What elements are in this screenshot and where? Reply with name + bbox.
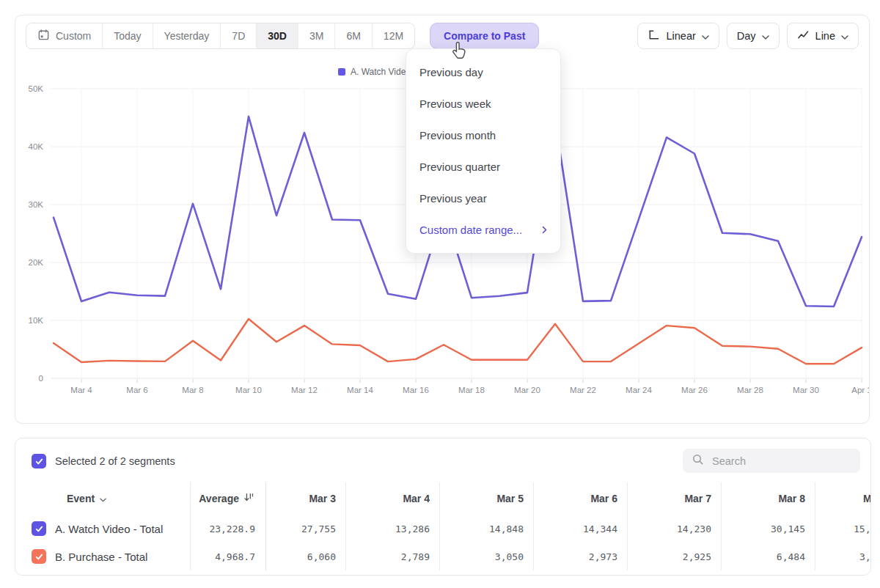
line-chart-icon — [797, 29, 810, 43]
y-axis-label: 40K — [29, 142, 44, 151]
x-axis-label: Mar 26 — [681, 386, 708, 394]
event-label: A. Watch Video - Total — [55, 523, 163, 535]
menu-item-previous-month[interactable]: Previous month — [406, 120, 560, 151]
cell-value: 30,145 — [771, 523, 805, 534]
cell-value: 2,789 — [401, 551, 430, 562]
row-checkbox[interactable] — [32, 521, 46, 536]
menu-item-previous-quarter[interactable]: Previous quarter — [406, 151, 560, 183]
chevron-down-icon — [841, 30, 848, 42]
selected-segments-label: Selected 2 of 2 segments — [55, 455, 175, 467]
menu-item-previous-day[interactable]: Previous day — [406, 56, 560, 88]
segments-selection: Selected 2 of 2 segments — [32, 454, 175, 468]
x-axis-label: Apr 1 — [851, 386, 869, 394]
chart-type-dropdown-label: Line — [815, 30, 835, 42]
chart-type-dropdown-button[interactable]: Line — [787, 23, 859, 49]
range-label: 12M — [384, 30, 403, 42]
row-checkbox[interactable] — [32, 549, 46, 564]
y-axis-label: 20K — [29, 258, 44, 267]
series-line-b-purchase-total — [54, 319, 862, 364]
x-axis-label: Mar 12 — [291, 386, 318, 394]
range-yesterday[interactable]: Yesterday — [153, 23, 221, 48]
event-column-header[interactable]: Event — [32, 492, 106, 505]
range-label: 3M — [309, 30, 323, 42]
granularity-dropdown-button[interactable]: Day — [727, 23, 780, 49]
chart-toolbar: CustomTodayYesterday7D30D3M6M12M Compare… — [26, 23, 859, 49]
chevron-down-icon — [100, 492, 106, 505]
range-3m[interactable]: 3M — [298, 23, 334, 48]
cell-value: 14,344 — [583, 523, 617, 534]
cell-value: 14,230 — [677, 523, 711, 534]
x-axis-label: Mar 18 — [458, 386, 485, 394]
range-6m[interactable]: 6M — [334, 23, 371, 48]
cell-value: 6,484 — [777, 551, 805, 562]
date-column-header: Mar 6 — [533, 482, 627, 515]
range-label: Custom — [56, 30, 91, 42]
granularity-dropdown-label: Day — [737, 30, 756, 42]
scale-dropdown-button[interactable]: Linear — [637, 23, 719, 49]
compare-to-past-menu: Previous dayPrevious weekPrevious monthP… — [406, 48, 561, 254]
range-label: Today — [114, 30, 141, 42]
scale-dropdown-label: Linear — [666, 30, 695, 42]
x-axis-label: Mar 14 — [347, 386, 373, 394]
menu-item-previous-year[interactable]: Previous year — [406, 183, 560, 214]
table-row-a-watch-video-total[interactable]: A. Watch Video - Total23,228.927,75513,2… — [15, 515, 871, 543]
x-axis-label: Mar 28 — [737, 386, 763, 394]
range-12m[interactable]: 12M — [372, 23, 414, 48]
x-axis-label: Mar 6 — [126, 386, 147, 394]
x-axis-label: Mar 30 — [793, 386, 819, 394]
x-axis-label: Mar 20 — [514, 386, 540, 394]
sort-descending-icon — [243, 492, 255, 506]
x-axis-label: Mar 4 — [70, 386, 92, 394]
search-icon — [692, 453, 704, 468]
menu-item-custom-date-range[interactable]: Custom date range... — [406, 214, 560, 246]
date-column-header: Mar 8 — [721, 482, 815, 515]
custom-date-range-label: Custom date range... — [419, 224, 522, 236]
chevron-right-icon — [542, 224, 547, 236]
range-30d[interactable]: 30D — [256, 23, 298, 48]
chevron-down-icon — [762, 30, 769, 42]
date-column-header: Mar 4 — [345, 482, 439, 515]
range-label: Yesterday — [164, 30, 210, 42]
date-column-header: Mar 7 — [627, 482, 721, 515]
average-value: 23,228.9 — [209, 523, 255, 534]
average-header-label: Average — [199, 493, 239, 504]
cell-value: 6,060 — [307, 551, 336, 562]
range-today[interactable]: Today — [102, 23, 152, 48]
event-label: B. Purchase - Total — [55, 551, 147, 563]
date-column-header: Mar 3 — [266, 482, 345, 515]
range-label: 7D — [232, 30, 245, 42]
cell-value: 13,286 — [395, 523, 430, 534]
event-header-label: Event — [67, 493, 95, 504]
y-axis-label: 10K — [29, 316, 44, 325]
clipped-cell-value: 15, — [854, 523, 870, 534]
clipped-cell-value: 3, — [859, 551, 871, 562]
cell-value: 27,755 — [301, 523, 336, 534]
date-range-control: CustomTodayYesterday7D30D3M6M12M — [26, 23, 415, 49]
x-axis-label: Mar 24 — [626, 386, 652, 394]
linear-scale-icon — [648, 29, 660, 43]
y-axis-label: 50K — [29, 84, 44, 93]
clipped-date-column-header: M — [815, 482, 871, 515]
date-column-header: Mar 5 — [439, 482, 533, 515]
chart-card: CustomTodayYesterday7D30D3M6M12M Compare… — [15, 15, 870, 424]
search-input[interactable] — [711, 455, 851, 468]
y-axis-label: 0 — [39, 374, 43, 383]
calendar-icon — [37, 29, 50, 43]
x-axis-label: Mar 22 — [570, 386, 596, 394]
average-value: 4,968.7 — [215, 551, 255, 562]
segments-table: EventAverageMar 3Mar 4Mar 5Mar 6Mar 7Mar… — [15, 482, 871, 570]
range-label: 6M — [346, 30, 360, 42]
select-all-checkbox[interactable] — [32, 454, 46, 468]
compare-to-past-button[interactable]: Compare to Past — [430, 23, 539, 49]
table-row-b-purchase-total[interactable]: B. Purchase - Total4,968.76,0602,7893,05… — [15, 543, 871, 570]
x-axis-label: Mar 8 — [182, 386, 203, 394]
menu-item-previous-week[interactable]: Previous week — [406, 88, 560, 120]
range-custom[interactable]: Custom — [26, 23, 102, 48]
cell-value: 3,050 — [495, 551, 524, 562]
segments-table-card: Selected 2 of 2 segments EventAverageMar… — [15, 438, 871, 576]
average-column-header[interactable]: Average — [190, 482, 266, 515]
chevron-down-icon — [702, 30, 709, 42]
cell-value: 2,973 — [589, 551, 617, 562]
range-label: 30D — [268, 30, 287, 42]
range-7d[interactable]: 7D — [220, 23, 256, 48]
